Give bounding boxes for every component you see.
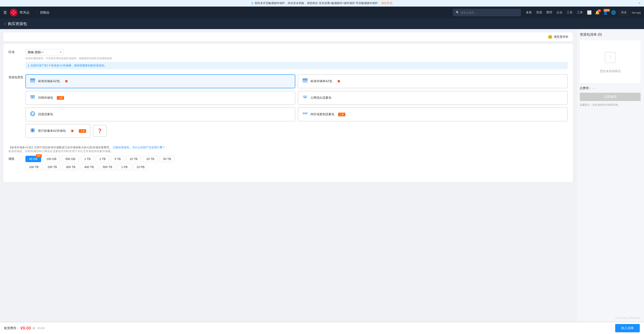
package-icon-backsource [30, 111, 36, 118]
satisfaction-text[interactable]: 满意度评价 [554, 35, 568, 39]
svg-rect-20 [31, 130, 34, 131]
header-nav: 备案 资源 费用 企业 工具 工单 [526, 11, 583, 15]
globe-icon[interactable]: 🌐 [611, 10, 616, 15]
satisfaction-emoji: 😊 [548, 35, 552, 39]
package-icon-std-multi [30, 78, 36, 85]
svg-rect-1 [30, 79, 35, 80]
buy-button[interactable]: 立即购买 [580, 93, 640, 101]
watermark: CSDN blog_458460910 [615, 316, 640, 319]
search-bar[interactable]: 🔍 [453, 9, 521, 16]
package-std-single-az[interactable]: 标准存储单AZ包 🎁 [298, 74, 568, 88]
search-input[interactable] [461, 11, 518, 14]
spec-10tb[interactable]: 10 TB [126, 156, 141, 162]
region-select[interactable]: 西南-贵阳一 [26, 49, 64, 55]
close-notification-button[interactable]: × [638, 1, 640, 6]
spec-500tb[interactable]: 500 TB [99, 164, 116, 170]
package-medical[interactable]: 医疗影像单AZ存储包 🎁 上新 [26, 124, 90, 138]
back-button[interactable]: ‹ [4, 22, 5, 26]
package-name-outflow: 公网流出流量包 [310, 96, 331, 100]
price-value: ¥9.00 [20, 326, 31, 329]
notice-icon: ℹ [28, 64, 29, 67]
spec-400tb[interactable]: 400 TB [81, 164, 98, 170]
package-tag-std-multi: 🎁 [64, 80, 69, 83]
spec-2tb[interactable]: 2 TB [96, 156, 109, 162]
package-tag-archive: 上新 [57, 96, 64, 100]
package-cross-region[interactable]: 跨区域复制流量包 上新 [298, 107, 568, 121]
svg-rect-15 [303, 113, 305, 114]
desc-main-text: 【标准存储多AZ包】仅用于抵扣标准存储数据冗余存储策略为多AZ的存储容量费用。 … [8, 146, 165, 149]
spec-1pb[interactable]: 1 PB [118, 164, 131, 170]
spec-row: 规格 特价 40 GB 100 GB 500 GB 1 TB 2 TB 5 TB… [8, 156, 568, 172]
package-outflow[interactable]: 公网流出流量包 [298, 91, 568, 105]
nav-item-enterprise[interactable]: 企业 [556, 11, 562, 15]
package-name-archive: 归档存储包 [38, 96, 53, 100]
region-dropdown[interactable]: 西南-贵阳一 [26, 49, 64, 55]
spec-500gb[interactable]: 500 GB [62, 156, 79, 162]
type-label: 资源包类型 [8, 74, 26, 79]
package-archive[interactable]: 归档存储包 上新 [26, 91, 295, 105]
region-notice: ℹ 当前区域下有1个标准多AZ存储桶，请按照桶类别购买资源包。 [26, 62, 568, 69]
spec-5tb[interactable]: 5 TB [111, 156, 124, 162]
right-sidebar: 资源包清单 (0) ! 您还未添加商品 总费用： -- 立即购买 温馨提示：您未… [576, 29, 644, 329]
package-help-icon-area[interactable]: ❓ [93, 125, 107, 137]
add-cart-button[interactable]: 加入清单 [615, 324, 640, 329]
user-name[interactable]: hw-syq [632, 11, 640, 14]
spec-100gb[interactable]: 100 GB [43, 156, 60, 162]
region-row: 区域 西南-贵阳一 区域专属资源包，不支持共享给其他区域使用，请根据您资源所在地… [8, 49, 568, 69]
package-std-multi-az[interactable]: 标准存储多AZ包 🎁 [26, 74, 295, 88]
spec-50tb[interactable]: 50 TB [160, 156, 175, 162]
bell-icon[interactable]: 🔔 • [595, 10, 600, 15]
spec-200tb[interactable]: 200 TB [44, 164, 61, 170]
display-icon[interactable]: ⬜ [587, 10, 592, 15]
package-name-std-single: 标准存储单AZ包 [310, 79, 332, 83]
nav-item-workorder[interactable]: 工单 [577, 11, 583, 15]
nav-item-backup[interactable]: 备案 [526, 11, 532, 15]
medical-package-row: 医疗影像单AZ存储包 🎁 上新 ❓ [26, 124, 568, 138]
notification-bar: ℹ 您尚未开启敏感操作保护，存在安全风险，请您前往 安全设置>敏感操作>操作保护… [0, 0, 644, 7]
spec-1tb[interactable]: 1 TB [81, 156, 94, 162]
nav-item-resource[interactable]: 资源 [536, 11, 542, 15]
spec-300tb[interactable]: 300 TB [62, 164, 79, 170]
type-content: 标准存储多AZ包 🎁 标准存储单AZ包 🎁 [26, 74, 568, 140]
spec-20tb[interactable]: 20 TB [143, 156, 158, 162]
satisfaction-bar: 😊 满意度评价 [4, 33, 573, 41]
new-badge: NEW [604, 9, 610, 12]
spec-grid-row1: 特价 40 GB 100 GB 500 GB 1 TB 2 TB 5 TB 10… [26, 156, 568, 162]
user-icon[interactable]: 👤 NEW [603, 10, 608, 15]
huawei-logo-icon [9, 8, 18, 17]
spec-100tb[interactable]: 100 TB [26, 164, 42, 170]
package-name-medical: 医疗影像单AZ存储包 [38, 129, 66, 133]
empty-text: 您还未添加商品 [600, 69, 621, 73]
package-grid: 标准存储多AZ包 🎁 标准存储单AZ包 🎁 [26, 74, 568, 121]
package-icon-cross-region [302, 111, 308, 118]
cart-title: 资源包清单 (0) [580, 33, 640, 37]
lang-button[interactable]: 简体 [619, 10, 628, 15]
svg-marker-14 [34, 113, 34, 114]
package-tag-cross-region: 上新 [338, 113, 345, 116]
notification-link[interactable]: 前往开启 [381, 1, 392, 5]
content-area: 😊 满意度评价 区域 西南-贵阳一 区域专属资源包，不支持共享给其他区域使用，请… [0, 29, 576, 329]
nav-item-cost[interactable]: 费用 [546, 11, 552, 15]
svg-point-0 [10, 9, 18, 16]
cart-empty: ! 您还未添加商品 [583, 44, 637, 80]
empty-cart-icon: ! [603, 50, 618, 68]
svg-rect-6 [302, 82, 308, 83]
desc-link[interactable]: 已购买资源包，为什么仍然产生按需计费？ [113, 146, 165, 149]
package-tag-medical-new: 上新 [79, 129, 86, 133]
desc-hint-text: 标准存储包、归档存储包和公网流出流量包可同时应用于并行文件系统和对象存储桶。 [8, 150, 113, 153]
package-backsource[interactable]: 回源流量包 [26, 107, 295, 121]
package-icon-std-single [302, 78, 308, 85]
help-icon: ❓ [97, 128, 102, 133]
total-label: 总费用： [580, 86, 592, 90]
spec-40gb[interactable]: 特价 40 GB [26, 156, 41, 162]
nav-item-tools[interactable]: 工具 [567, 11, 572, 15]
svg-text:!: ! [610, 54, 611, 60]
page-title-bar: ‹ 购买资源包 [0, 19, 644, 29]
svg-rect-4 [302, 79, 308, 80]
search-icon: 🔍 [456, 11, 459, 14]
spec-10pb[interactable]: 10 PB [133, 164, 148, 170]
price-save: 省：¥3.00 [32, 326, 45, 329]
menu-icon[interactable]: ☰ [4, 10, 7, 15]
cart-panel: ! 您还未添加商品 [580, 40, 640, 83]
notification-text: 您尚未开启敏感操作保护，存在安全风险，请您前往 安全设置>敏感操作>操作保护 开… [254, 1, 380, 5]
